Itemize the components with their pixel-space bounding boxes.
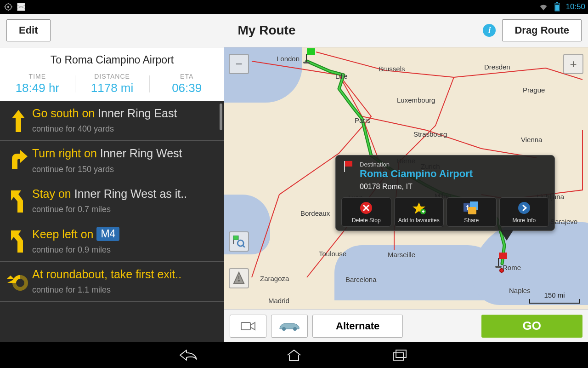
directions-panel: To Roma Ciampino Airport TIME 18:49 hr D…: [0, 47, 224, 342]
app-header: Edit My Route i Drag Route: [0, 14, 588, 47]
destination-popup: Destination Roma Ciampino Airport 00178 …: [335, 155, 555, 231]
android-status-bar: 10:50: [0, 0, 588, 14]
map-canvas[interactable]: London Lille Brussels Luxembourg Paris S…: [224, 47, 588, 309]
svg-rect-24: [396, 350, 406, 357]
back-button[interactable]: [177, 347, 200, 363]
svg-rect-4: [556, 2, 558, 3]
status-time: 10:50: [565, 2, 585, 12]
drag-route-button[interactable]: Drag Route: [502, 19, 582, 41]
step-item[interactable]: Turn right on Inner Ring West continue f…: [0, 141, 224, 181]
map-action-bar: Alternate GO: [224, 309, 588, 342]
svg-rect-12: [238, 276, 239, 279]
svg-point-0: [7, 6, 10, 8]
arrow-right-icon: [5, 146, 32, 174]
traffic-button[interactable]: [229, 268, 249, 288]
svg-point-11: [238, 280, 240, 282]
share-button[interactable]: f Share: [447, 197, 497, 227]
battery-icon: [552, 1, 563, 12]
step-item[interactable]: Go south on Inner Ring East continue for…: [0, 101, 224, 141]
svg-rect-23: [393, 353, 403, 360]
android-nav-bar: [0, 342, 588, 368]
arrow-bear-left-icon: [5, 187, 32, 214]
go-button[interactable]: GO: [481, 315, 582, 338]
svg-rect-5: [555, 5, 559, 11]
gps-icon: [3, 1, 14, 12]
svg-rect-7: [233, 236, 238, 240]
popup-destination-address: 00178 Rome, IT: [360, 183, 473, 191]
recent-apps-button[interactable]: [388, 347, 411, 363]
destination-title: To Roma Ciampino Airport: [0, 47, 224, 71]
camera-view-button[interactable]: [230, 315, 266, 338]
svg-point-19: [518, 202, 530, 214]
map-panel: London Lille Brussels Luxembourg Paris S…: [224, 47, 588, 342]
more-info-button[interactable]: More Info: [499, 197, 549, 227]
step-item[interactable]: Stay on Inner Ring West as it.. continue…: [0, 181, 224, 221]
road-shield: M4: [96, 227, 119, 241]
svg-rect-20: [241, 322, 250, 330]
edit-button[interactable]: Edit: [6, 19, 51, 41]
svg-rect-18: [468, 207, 476, 214]
svg-point-9: [237, 240, 243, 246]
svg-point-21: [282, 327, 286, 331]
route-stats: TIME 18:49 hr DISTANCE 1178 mi ETA 06:39: [0, 71, 224, 101]
flag-icon: [343, 161, 355, 175]
steps-list[interactable]: Go south on Inner Ring East continue for…: [0, 101, 224, 342]
info-icon[interactable]: i: [483, 24, 496, 37]
page-title: My Route: [51, 23, 483, 38]
arrow-straight-icon: [5, 106, 32, 134]
route-overview-button[interactable]: [229, 231, 249, 252]
map-icon: [16, 1, 27, 12]
roundabout-icon: [5, 267, 32, 295]
step-item[interactable]: Keep left on M4 continue for 0.9 miles: [0, 221, 224, 262]
stat-time: TIME 18:49 hr: [0, 73, 75, 95]
svg-line-10: [243, 245, 245, 247]
stat-distance: DISTANCE 1178 mi: [75, 73, 150, 95]
stat-eta: ETA 06:39: [149, 73, 224, 95]
svg-point-22: [293, 327, 297, 331]
delete-stop-button[interactable]: Delete Stop: [341, 197, 391, 227]
home-button[interactable]: [283, 347, 305, 363]
step-item[interactable]: At roundabout, take first exit.. continu…: [0, 262, 224, 302]
popup-destination-name: Roma Ciampino Airport: [360, 168, 473, 180]
steps-scrollbar[interactable]: [220, 104, 222, 130]
arrow-bear-left-icon: [5, 227, 32, 255]
zoom-in-button[interactable]: +: [563, 54, 583, 74]
zoom-out-button[interactable]: −: [229, 54, 249, 74]
wifi-icon: [538, 1, 549, 12]
vehicle-button[interactable]: [271, 315, 308, 338]
map-scale: 150 mi: [529, 291, 580, 304]
alternate-button[interactable]: Alternate: [312, 315, 403, 338]
add-favourite-button[interactable]: Add to favourites: [394, 197, 444, 227]
